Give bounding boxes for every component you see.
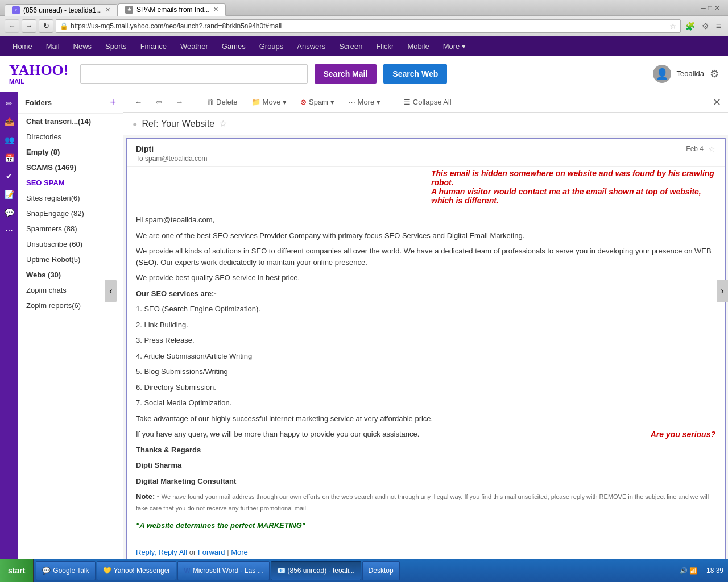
search-mail-button[interactable]: Search Mail (315, 64, 377, 84)
taskbar-items: 💬 Google Talk 💛 Yahoo! Messenger W Micro… (34, 559, 680, 582)
back-email-btn[interactable]: ← (130, 95, 147, 109)
service-1: 1. SEO (Search Engine Optimization). (136, 304, 715, 315)
sidebar-item-uptime[interactable]: Uptime Robot(5) (18, 252, 123, 267)
sidebar-item-directories[interactable]: Directories (18, 129, 123, 144)
subject-star-icon[interactable]: ☆ (219, 118, 227, 129)
spam-button[interactable]: ⊗ Spam ▾ (296, 95, 339, 109)
tab-icon-2: ★ (125, 6, 133, 14)
service-6: 6. Directory Submission. (136, 382, 715, 393)
sidebar-item-scams[interactable]: SCAMS (1469) (18, 160, 123, 175)
nav-mail[interactable]: Mail (39, 36, 67, 56)
sig-thanks: Thanks & Regards (136, 444, 715, 456)
tab-icon-1: Y (12, 6, 20, 14)
email-body-line-2: We provide all kinds of solutions in SEO… (136, 246, 715, 268)
service-4: 4. Article Submission/Article Writing (136, 351, 715, 362)
back-all-email-btn[interactable]: ⇦ (151, 95, 167, 109)
browser-titlebar: Y (856 unread) - teoalida1... ✕ ★ SPAM e… (0, 0, 728, 16)
nav-answers[interactable]: Answers (290, 36, 332, 56)
messenger-icon[interactable]: 💬 (2, 206, 16, 219)
email-date-area: Feb 4 ☆ (686, 144, 715, 153)
browser-tab-2[interactable]: ★ SPAM emails from Ind... ✕ (118, 3, 225, 16)
browser-nav: ← → ↻ 🔒 ☆ 🧩 ⚙ ≡ (0, 16, 728, 36)
nav-more[interactable]: More ▾ (436, 36, 473, 56)
nav-home[interactable]: Home (6, 36, 39, 56)
compose-icon[interactable]: ✏ (3, 97, 15, 110)
extensions-icon[interactable]: 🧩 (683, 22, 697, 31)
nav-finance[interactable]: Finance (134, 36, 173, 56)
nav-games[interactable]: Games (215, 36, 253, 56)
service-7: 7. Social Media Optimization. (136, 397, 715, 409)
yahoo-logo-area: YAHOO! MAIL (9, 63, 73, 85)
offer-text: Take advantage of our highly successful … (136, 413, 715, 425)
settings-icon[interactable]: ⚙ (710, 68, 719, 80)
sidebar-item-chat[interactable]: Chat transcri...(14) (18, 114, 123, 129)
more-icon[interactable]: ⋯ (3, 224, 15, 238)
forward-link[interactable]: Forward (198, 548, 225, 556)
star-icon[interactable]: ☆ (669, 22, 677, 31)
move-button[interactable]: 📁 Move ▾ (247, 95, 291, 109)
more-reply-link[interactable]: More (231, 548, 248, 556)
word-icon: W (184, 567, 190, 575)
sidebar-item-spammers[interactable]: Spammers (88) (18, 221, 123, 236)
close-email-btn[interactable]: ✕ (713, 96, 721, 109)
contacts-icon[interactable]: 👥 (2, 133, 16, 147)
nav-flickr[interactable]: Flickr (369, 36, 400, 56)
nav-weather[interactable]: Weather (173, 36, 215, 56)
user-name: Teoalida (677, 69, 704, 78)
browser-tab-1[interactable]: Y (856 unread) - teoalida1... ✕ (5, 4, 118, 16)
tab-label-1: (856 unread) - teoalida1... (23, 6, 102, 14)
tasks-icon[interactable]: ✔ (3, 169, 15, 183)
maximize-btn[interactable]: □ (708, 4, 712, 12)
email-from-area: Dipti To spam@teoalida.com (136, 144, 208, 163)
search-web-button[interactable]: Search Web (383, 64, 447, 84)
nav-news[interactable]: News (67, 36, 99, 56)
nav-screen[interactable]: Screen (332, 36, 369, 56)
taskbar-yahoo-messenger[interactable]: 💛 Yahoo! Messenger (97, 561, 177, 580)
taskbar-yahoo-mail[interactable]: 📧 (856 unread) - teoali... (271, 561, 361, 580)
note-text: Note: - We have found your mail address … (136, 491, 715, 513)
sidebar-item-sites[interactable]: Sites registeri(6) (18, 190, 123, 206)
sidebar-item-seo-spam[interactable]: SEO SPAM (18, 175, 123, 190)
email-toolbar: ← ⇦ → 🗑 Delete 📁 Move ▾ ⊗ Spam ▾ ⋯ More … (123, 92, 728, 113)
sidebar-item-empty[interactable]: Empty (8) (18, 144, 123, 160)
reply-link[interactable]: Reply, Reply All (136, 548, 187, 556)
next-email-btn[interactable]: › (717, 280, 728, 302)
note-label: Note: - (136, 492, 159, 501)
next-nav-area: › (717, 280, 728, 302)
nav-mobile[interactable]: Mobile (400, 36, 436, 56)
start-button[interactable]: start (0, 559, 34, 582)
sidebar-item-unsubscribe[interactable]: Unsubscribe (60) (18, 236, 123, 252)
notepad-icon[interactable]: 📝 (2, 188, 16, 201)
taskbar: start 💬 Google Talk 💛 Yahoo! Messenger W… (0, 559, 728, 582)
address-bar: 🔒 ☆ (56, 19, 681, 33)
taskbar-google-talk[interactable]: 💬 Google Talk (36, 561, 95, 580)
chromemenu-icon[interactable]: ≡ (714, 21, 723, 31)
add-folder-icon[interactable]: + (110, 97, 116, 109)
prev-email-btn[interactable]: ‹ (105, 280, 117, 302)
back-button[interactable]: ← (5, 19, 19, 33)
collapse-all-button[interactable]: ☰ Collapse All (399, 95, 456, 109)
tab-close-2[interactable]: ✕ (213, 6, 218, 13)
address-input[interactable] (71, 22, 669, 30)
search-input[interactable] (80, 64, 308, 84)
delete-button[interactable]: 🗑 Delete (202, 95, 242, 109)
refresh-button[interactable]: ↻ (39, 19, 53, 33)
nav-groups[interactable]: Groups (253, 36, 291, 56)
tab-close-1[interactable]: ✕ (105, 6, 110, 14)
forward-email-btn[interactable]: → (171, 95, 188, 109)
mail-layout: ✏ 📥 👥 📅 ✔ 📝 💬 ⋯ Folders + Chat transcri.… (0, 92, 728, 559)
taskbar-desktop[interactable]: Desktop (362, 561, 400, 580)
calendar-icon[interactable]: 📅 (2, 151, 16, 165)
forward-button[interactable]: → (22, 19, 36, 33)
minimize-btn[interactable]: ─ (701, 4, 706, 12)
email-star-icon[interactable]: ☆ (708, 144, 715, 153)
taskbar-word[interactable]: W Microsoft Word - Las ... (177, 561, 269, 580)
sidebar-item-snapengage[interactable]: SnapEngage (82) (18, 206, 123, 221)
wrench-icon[interactable]: ⚙ (700, 22, 712, 31)
nav-sports[interactable]: Sports (98, 36, 134, 56)
collapse-icon: ☰ (404, 98, 411, 106)
more-toolbar-button[interactable]: ⋯ More ▾ (344, 95, 385, 109)
sidebar-icon-strip: ✏ 📥 👥 📅 ✔ 📝 💬 ⋯ (0, 92, 18, 559)
close-window-btn[interactable]: ✕ (714, 4, 720, 12)
inbox-icon[interactable]: 📥 (2, 115, 16, 128)
